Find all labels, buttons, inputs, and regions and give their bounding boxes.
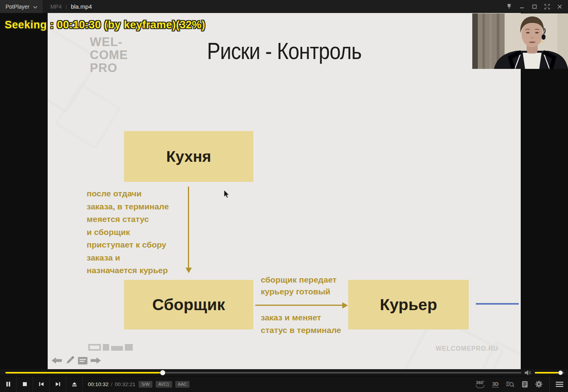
next-button[interactable] bbox=[50, 376, 66, 392]
chevron-down-icon bbox=[33, 3, 37, 10]
search-list-icon[interactable] bbox=[506, 381, 514, 388]
presentation-slide: WEL- COME PRO Риски - Контроль Кухня пос… bbox=[48, 13, 521, 369]
title-bar: PotPlayer MP4 | bla.mp4 bbox=[0, 0, 568, 13]
diagram-box-courier: Курьер bbox=[348, 280, 469, 329]
presenter-toolbar bbox=[51, 355, 101, 366]
watermark-logo bbox=[88, 344, 133, 351]
right-arrow bbox=[255, 305, 343, 306]
back-arrow-icon bbox=[51, 355, 62, 366]
playlist-icon[interactable] bbox=[522, 381, 528, 388]
video-codec-badge: AVC1 bbox=[156, 381, 172, 388]
slide-title-wrap: Риски - Контроль bbox=[48, 37, 521, 65]
seek-row bbox=[0, 369, 568, 376]
file-name: bla.mp4 bbox=[71, 3, 92, 10]
gear-icon[interactable] bbox=[535, 381, 542, 388]
time-separator: / bbox=[111, 381, 113, 387]
controlbar-divider bbox=[549, 376, 550, 392]
rotate-360-icon[interactable]: 360˚ bbox=[476, 381, 484, 388]
diagram-box-kitchen: Кухня bbox=[124, 131, 253, 182]
pen-icon bbox=[64, 355, 75, 366]
maximize-button[interactable] bbox=[529, 2, 539, 11]
pause-button[interactable] bbox=[0, 376, 17, 392]
seek-thumb[interactable] bbox=[160, 370, 165, 375]
titlebar-separator: | bbox=[66, 4, 67, 9]
volume-progress bbox=[535, 372, 561, 374]
time-display: 00:10:32 / 00:32:21 S/W AVC1 AAC bbox=[88, 376, 189, 392]
slide-title: Риски - Контроль bbox=[207, 37, 361, 65]
footer-url: WELCOMEPRO.RU bbox=[436, 345, 498, 352]
audio-codec-badge: AAC bbox=[175, 381, 190, 388]
potplayer-window: PotPlayer MP4 | bla.mp4 bbox=[0, 0, 568, 392]
close-button[interactable] bbox=[555, 2, 564, 11]
speaker-icon[interactable] bbox=[525, 370, 531, 375]
diagram-box-assembler: Сборщик bbox=[124, 280, 253, 329]
time-current: 00:10:32 bbox=[88, 381, 109, 387]
note-handover-bottom: заказ и меняет статус в терминале bbox=[261, 311, 341, 337]
volume-bar[interactable] bbox=[535, 372, 564, 374]
eject-button[interactable] bbox=[66, 376, 83, 392]
down-arrow bbox=[188, 187, 189, 268]
menu-icon[interactable] bbox=[551, 376, 568, 392]
app-menu-button[interactable]: PotPlayer bbox=[0, 0, 43, 13]
video-display-area[interactable]: WEL- COME PRO Риски - Контроль Кухня пос… bbox=[0, 13, 568, 369]
minimize-button[interactable] bbox=[517, 2, 527, 11]
down-arrow-head bbox=[186, 268, 192, 273]
3d-icon[interactable]: 3D bbox=[492, 381, 499, 387]
controlbar-right-icons: 360˚ 3D bbox=[476, 376, 545, 392]
blue-connector-line bbox=[476, 303, 519, 305]
window-controls bbox=[504, 2, 568, 11]
right-arrow-head bbox=[342, 302, 348, 309]
control-bar: 00:10:32 / 00:32:21 S/W AVC1 AAC 360˚ 3D bbox=[0, 376, 568, 392]
volume-thumb[interactable] bbox=[559, 370, 563, 375]
format-badge: MP4 bbox=[50, 4, 62, 10]
forward-arrow-icon bbox=[90, 355, 101, 366]
fullscreen-icon[interactable] bbox=[542, 2, 552, 11]
mouse-cursor-icon bbox=[224, 190, 230, 200]
stop-button[interactable] bbox=[17, 376, 33, 392]
app-name: PotPlayer bbox=[6, 4, 30, 10]
note-after-handoff: после отдачи заказа, в терминале меяется… bbox=[87, 187, 169, 277]
previous-button[interactable] bbox=[33, 376, 50, 392]
seek-progress bbox=[6, 372, 163, 374]
notes-icon bbox=[77, 355, 88, 366]
seek-osd-text: Seeking : 00:10:30 (by keyframe)(32%) bbox=[5, 19, 205, 31]
time-total: 00:32:21 bbox=[115, 381, 136, 387]
note-handover-top: сборщик передает курьеру готовый bbox=[261, 274, 337, 298]
decoder-badge: S/W bbox=[139, 381, 152, 388]
pin-icon[interactable] bbox=[504, 2, 514, 11]
controlbar-spacer bbox=[189, 376, 476, 392]
seek-bar[interactable] bbox=[6, 372, 521, 374]
webcam-overlay bbox=[472, 13, 568, 69]
